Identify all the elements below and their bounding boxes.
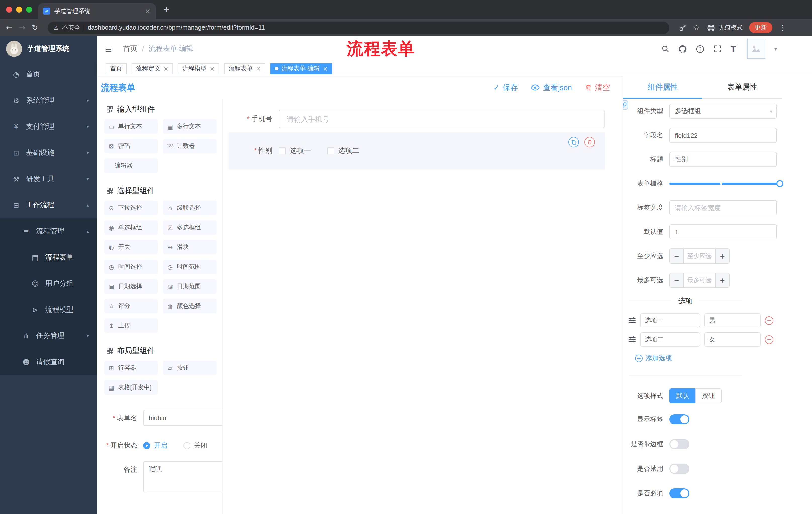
- palette-item-multi-line-text[interactable]: ▤ 多行文本: [163, 119, 216, 134]
- option-value-input[interactable]: [704, 313, 761, 327]
- close-icon[interactable]: ×: [209, 65, 214, 72]
- plus-icon[interactable]: +: [715, 273, 729, 287]
- remove-option-icon[interactable]: −: [765, 335, 773, 344]
- palette-item-slider[interactable]: ↔ 滑块: [163, 240, 216, 254]
- palette-item-time-range[interactable]: ◶ 时间范围: [163, 260, 216, 274]
- palette-item-cascader[interactable]: ⋔ 级联选择: [163, 201, 216, 215]
- close-icon[interactable]: ×: [163, 65, 168, 72]
- default-value-input[interactable]: [669, 224, 777, 239]
- window-close-button[interactable]: [6, 6, 12, 12]
- form-remark-textarea[interactable]: 嘿嘿: [143, 461, 223, 492]
- sidebar-item-payment[interactable]: ¥ 支付管理 ▾: [0, 114, 97, 140]
- form-name-input[interactable]: [143, 410, 223, 426]
- minus-icon[interactable]: −: [670, 249, 684, 263]
- palette-item-password[interactable]: ⊠ 密码: [104, 139, 158, 154]
- status-closed-radio[interactable]: 关闭: [183, 441, 207, 450]
- palette-item-counter[interactable]: 123 计数器: [163, 139, 216, 154]
- palette-item-switch[interactable]: ◐ 开关: [104, 240, 158, 254]
- link-icon[interactable]: [623, 100, 628, 110]
- palette-item-row-container[interactable]: ⊞ 行容器: [104, 360, 158, 375]
- drag-handle-icon[interactable]: [628, 316, 636, 324]
- fullscreen-icon[interactable]: [714, 45, 722, 53]
- user-avatar[interactable]: [747, 39, 765, 59]
- style-button-button[interactable]: 按钮: [695, 388, 722, 403]
- tab-form-props[interactable]: 表单属性: [702, 77, 782, 98]
- sidebar-item-system[interactable]: ⚙ 系统管理 ▾: [0, 87, 97, 114]
- window-minimize-button[interactable]: [16, 6, 22, 12]
- minus-icon[interactable]: −: [670, 273, 684, 287]
- clear-button[interactable]: 清空: [585, 83, 610, 92]
- palette-item-date-range[interactable]: ▨ 日期范围: [163, 279, 216, 294]
- tab-close-icon[interactable]: ×: [145, 7, 151, 15]
- breadcrumb-home[interactable]: 首页: [123, 44, 137, 53]
- update-button[interactable]: 更新: [749, 22, 772, 33]
- sidebar-item-devtools[interactable]: ⚒ 研发工具 ▾: [0, 166, 97, 192]
- sidebar-item-workflow[interactable]: ⊟ 工作流程 ▴: [0, 192, 97, 218]
- plus-icon[interactable]: +: [715, 249, 729, 263]
- palette-item-select[interactable]: ⊙ 下拉选择: [104, 201, 158, 215]
- min-select-value[interactable]: 至少应选: [684, 249, 715, 263]
- password-key-icon[interactable]: [678, 24, 687, 32]
- phone-input[interactable]: [279, 110, 605, 128]
- close-icon[interactable]: ×: [323, 65, 328, 72]
- github-icon[interactable]: [678, 45, 687, 53]
- remove-option-icon[interactable]: −: [765, 316, 773, 325]
- browser-menu-icon[interactable]: ⋮: [779, 24, 786, 32]
- palette-item-table[interactable]: ▦ 表格[开发中]: [104, 380, 158, 395]
- form-canvas[interactable]: *手机号 *性别 选项一: [223, 99, 622, 514]
- palette-item-single-line-text[interactable]: ▭ 单行文本: [104, 119, 158, 134]
- border-toggle[interactable]: [669, 439, 689, 449]
- font-size-icon[interactable]: T: [731, 44, 736, 54]
- tag-home[interactable]: 首页: [106, 63, 127, 74]
- security-label[interactable]: 不安全: [62, 23, 80, 32]
- sidebar-item-infrastructure[interactable]: ⊡ 基础设施 ▾: [0, 140, 97, 166]
- palette-item-button[interactable]: ▱ 按钮: [163, 360, 216, 375]
- palette-item-date-picker[interactable]: ▣ 日期选择: [104, 279, 158, 294]
- address-bar[interactable]: ⚠ 不安全 dashboard.yudao.iocoder.cn/bpm/man…: [48, 21, 669, 34]
- option-name-input[interactable]: [640, 313, 700, 327]
- palette-item-editor[interactable]: 编辑器: [104, 158, 158, 173]
- palette-item-rate[interactable]: ☆ 评分: [104, 299, 158, 313]
- save-button[interactable]: ✓ 保存: [493, 83, 518, 92]
- tab-component-props[interactable]: 组件属性: [623, 77, 702, 98]
- add-option-button[interactable]: + 添加选项: [635, 354, 777, 362]
- sidebar-item-home[interactable]: ◔ 首页: [0, 61, 97, 87]
- required-toggle[interactable]: [669, 488, 689, 498]
- palette-item-checkbox-group[interactable]: ☑ 多选框组: [163, 220, 216, 235]
- sidebar-fold-icon[interactable]: ≡: [105, 44, 112, 54]
- delete-widget-icon[interactable]: [584, 137, 595, 147]
- palette-item-time-picker[interactable]: ◷ 时间选择: [104, 260, 158, 274]
- show-label-toggle[interactable]: [669, 414, 689, 425]
- help-icon[interactable]: ?: [696, 45, 704, 53]
- status-open-radio[interactable]: 开启: [143, 441, 167, 450]
- sidebar-item-task-management[interactable]: ⋔ 任务管理 ▾: [0, 323, 97, 349]
- sidebar-item-process-form[interactable]: ▤ 流程表单: [0, 244, 97, 271]
- palette-item-upload[interactable]: ↥ 上传: [104, 318, 158, 333]
- phone-field-row[interactable]: *手机号: [229, 110, 605, 128]
- tag-process-form-edit[interactable]: 流程表单-编辑 ×: [270, 63, 332, 74]
- url-text[interactable]: dashboard.yudao.iocoder.cn/bpm/manager/f…: [88, 24, 265, 31]
- field-name-input[interactable]: [669, 128, 777, 143]
- style-default-button[interactable]: 默认: [669, 388, 695, 403]
- gender-widget-selected[interactable]: *性别 选项一 选项二: [229, 132, 605, 169]
- disabled-toggle[interactable]: [669, 464, 689, 474]
- palette-item-color-picker[interactable]: ◍ 颜色选择: [163, 299, 216, 313]
- tag-process-definition[interactable]: 流程定义 ×: [132, 63, 173, 74]
- sidebar-item-user-group[interactable]: ☺ 用户分组: [0, 271, 97, 297]
- browser-tab[interactable]: 芋道管理系统 ×: [38, 3, 156, 19]
- sidebar-item-process-model[interactable]: ⊳ 流程模型: [0, 297, 97, 323]
- max-select-value[interactable]: 最多可选: [684, 273, 715, 287]
- sidebar-logo[interactable]: 芋道管理系统: [0, 36, 97, 61]
- component-type-select[interactable]: 多选框组 ▾: [669, 104, 777, 119]
- option-name-input[interactable]: [640, 332, 700, 347]
- tag-process-form[interactable]: 流程表单 ×: [224, 63, 265, 74]
- option-value-input[interactable]: [704, 332, 761, 347]
- view-json-button[interactable]: 查看json: [531, 83, 572, 92]
- close-icon[interactable]: ×: [256, 65, 261, 72]
- tag-process-model[interactable]: 流程模型 ×: [178, 63, 219, 74]
- palette-item-radio-group[interactable]: ◉ 单选框组: [104, 220, 158, 235]
- avatar-caret-icon[interactable]: ▾: [774, 46, 777, 52]
- window-zoom-button[interactable]: [26, 6, 32, 12]
- back-icon[interactable]: ←: [6, 24, 12, 31]
- label-width-input[interactable]: [669, 200, 777, 215]
